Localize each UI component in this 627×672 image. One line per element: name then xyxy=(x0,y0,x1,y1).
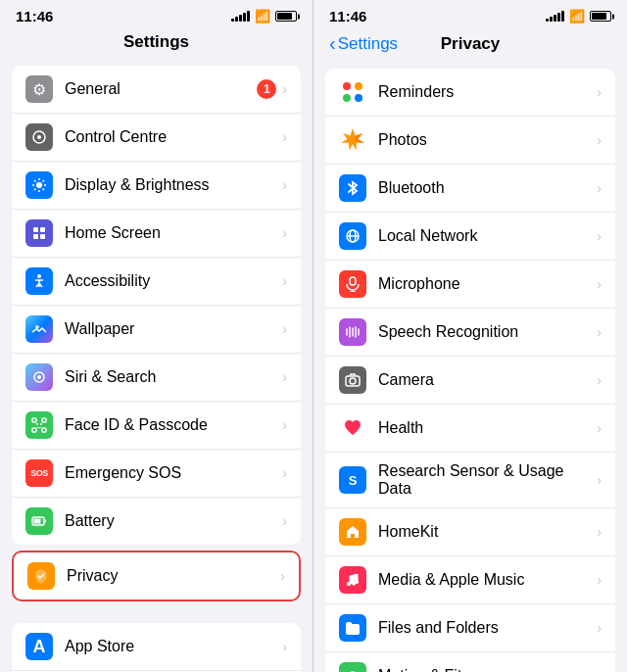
face-id-chevron: › xyxy=(282,417,287,433)
settings-row-homekit[interactable]: HomeKit › xyxy=(325,508,615,556)
privacy-highlighted-container: Privacy › xyxy=(12,551,301,601)
privacy-icon xyxy=(27,562,55,590)
photos-icon xyxy=(339,126,366,154)
battery-chevron: › xyxy=(282,513,287,529)
settings-row-bluetooth[interactable]: Bluetooth › xyxy=(325,165,615,213)
battery-icon xyxy=(275,11,297,22)
svg-rect-26 xyxy=(44,520,46,523)
general-label: General xyxy=(65,80,257,98)
app-store-icon: A xyxy=(25,633,53,660)
svg-rect-12 xyxy=(40,227,45,232)
camera-chevron: › xyxy=(597,372,602,388)
accessibility-label: Accessibility xyxy=(65,272,282,290)
settings-row-face-id[interactable]: Face ID & Passcode › xyxy=(12,402,301,450)
settings-row-motion-fitness[interactable]: Motion & Fitness › xyxy=(325,652,615,672)
settings-row-media-music[interactable]: Media & Apple Music › xyxy=(325,556,615,604)
right-nav-bar: ‹ Settings Privacy xyxy=(314,28,627,63)
reminders-label: Reminders xyxy=(378,83,597,101)
general-icon: ⚙ xyxy=(25,75,53,103)
svg-point-1 xyxy=(37,135,41,139)
right-status-bar: 11:46 📶 xyxy=(314,0,627,28)
emergency-sos-chevron: › xyxy=(282,465,287,481)
settings-row-photos[interactable]: Photos › xyxy=(325,117,615,165)
settings-row-home-screen[interactable]: Home Screen › xyxy=(12,210,301,258)
left-status-icons: 📶 xyxy=(231,9,297,24)
right-scroll: Reminders › Photos › xyxy=(314,63,627,672)
svg-rect-19 xyxy=(32,418,36,422)
files-folders-label: Files and Folders xyxy=(378,619,597,637)
settings-row-speech[interactable]: Speech Recognition › xyxy=(325,309,615,357)
media-music-chevron: › xyxy=(597,572,602,588)
settings-row-accessibility[interactable]: Accessibility › xyxy=(12,258,301,306)
settings-row-general[interactable]: ⚙ General 1 › xyxy=(12,66,301,114)
right-signal-icon xyxy=(546,11,564,22)
speech-label: Speech Recognition xyxy=(378,323,597,341)
siri-icon xyxy=(25,363,53,391)
control-centre-chevron: › xyxy=(282,129,287,145)
app-store-label: App Store xyxy=(65,638,282,655)
settings-row-reminders[interactable]: Reminders › xyxy=(325,69,615,117)
settings-row-emergency-sos[interactable]: SOS Emergency SOS › xyxy=(12,450,301,498)
wallpaper-chevron: › xyxy=(282,321,287,337)
settings-row-health[interactable]: Health › xyxy=(325,405,615,453)
local-network-icon xyxy=(339,222,366,250)
left-scroll: ⚙ General 1 › Control Centre › xyxy=(0,60,313,672)
right-status-icons: 📶 xyxy=(546,9,611,24)
svg-rect-20 xyxy=(42,418,46,422)
motion-fitness-chevron: › xyxy=(597,668,602,672)
settings-row-camera[interactable]: Camera › xyxy=(325,357,615,405)
svg-point-35 xyxy=(343,82,351,90)
settings-row-control-centre[interactable]: Control Centre › xyxy=(12,114,301,162)
settings-row-local-network[interactable]: Local Network › xyxy=(325,213,615,261)
privacy-items-group: Reminders › Photos › xyxy=(325,69,615,672)
camera-icon xyxy=(339,366,366,394)
left-nav-title: Settings xyxy=(0,28,313,60)
photos-label: Photos xyxy=(378,131,597,149)
settings-row-files-folders[interactable]: Files and Folders › xyxy=(325,604,615,652)
speech-icon xyxy=(339,318,366,346)
settings-row-display[interactable]: Display & Brightness › xyxy=(12,162,301,210)
settings-row-app-store[interactable]: A App Store › xyxy=(12,623,301,671)
settings-row-battery[interactable]: Battery › xyxy=(12,498,301,545)
homekit-icon xyxy=(339,518,366,546)
local-network-chevron: › xyxy=(597,228,602,244)
settings-row-wallpaper[interactable]: Wallpaper › xyxy=(12,306,301,354)
microphone-chevron: › xyxy=(597,276,602,292)
svg-point-46 xyxy=(350,378,356,384)
reminders-icon xyxy=(339,78,366,106)
right-panel: 11:46 📶 ‹ Settings Privacy xyxy=(314,0,627,672)
face-id-icon xyxy=(25,411,53,439)
svg-point-2 xyxy=(36,182,42,188)
settings-row-privacy[interactable]: Privacy › xyxy=(14,552,299,600)
settings-row-siri[interactable]: Siri & Search › xyxy=(12,354,301,402)
svg-point-18 xyxy=(37,375,41,379)
svg-point-36 xyxy=(355,82,362,90)
files-folders-chevron: › xyxy=(597,620,602,636)
back-chevron-icon: ‹ xyxy=(329,32,336,55)
accessibility-icon xyxy=(25,267,53,295)
battery-row-icon xyxy=(25,507,53,535)
homekit-label: HomeKit xyxy=(378,523,597,541)
back-label: Settings xyxy=(338,34,398,54)
wallpaper-icon xyxy=(25,315,53,343)
left-time: 11:46 xyxy=(16,8,53,24)
microphone-label: Microphone xyxy=(378,275,597,293)
right-time: 11:46 xyxy=(329,8,366,24)
control-centre-icon xyxy=(25,123,53,151)
research-label: Research Sensor & Usage Data xyxy=(378,462,597,498)
svg-point-37 xyxy=(343,94,351,102)
privacy-label: Privacy xyxy=(67,567,280,585)
svg-line-8 xyxy=(43,189,45,191)
emergency-sos-label: Emergency SOS xyxy=(65,464,282,482)
signal-icon xyxy=(231,11,250,22)
research-icon: S xyxy=(339,466,366,494)
camera-label: Camera xyxy=(378,371,597,389)
svg-line-10 xyxy=(34,189,36,191)
svg-point-15 xyxy=(37,274,41,278)
settings-row-research[interactable]: S Research Sensor & Usage Data › xyxy=(325,453,615,508)
settings-row-microphone[interactable]: Microphone › xyxy=(325,261,615,309)
health-label: Health xyxy=(378,419,597,437)
svg-point-24 xyxy=(40,423,42,425)
back-button[interactable]: ‹ Settings xyxy=(329,32,398,55)
face-id-label: Face ID & Passcode xyxy=(65,416,282,434)
